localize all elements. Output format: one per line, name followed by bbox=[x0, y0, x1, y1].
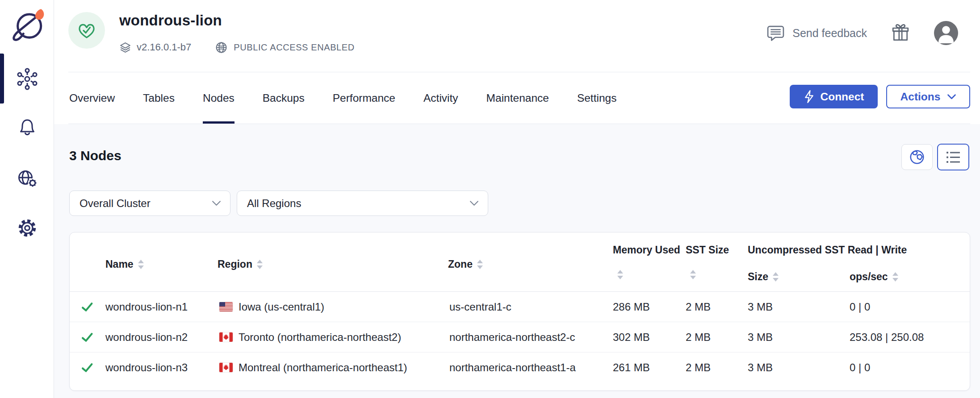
node-memory: 286 MB bbox=[613, 292, 650, 322]
node-region: Montreal (northamerica-northeast1) bbox=[219, 352, 407, 382]
tab-backups[interactable]: Backups bbox=[263, 72, 305, 124]
column-label: ops/sec bbox=[850, 271, 888, 283]
version-info: v2.16.0.1-b7 bbox=[119, 41, 191, 54]
column-label: Size bbox=[748, 271, 768, 283]
heart-check-icon bbox=[77, 21, 96, 40]
node-memory: 302 MB bbox=[613, 322, 650, 352]
header-actions: Send feedback bbox=[766, 20, 958, 46]
sort-icon bbox=[892, 272, 898, 282]
gift-icon[interactable] bbox=[891, 23, 910, 43]
node-ops-sec: 253.08 | 250.08 bbox=[850, 322, 924, 352]
send-feedback-label: Send feedback bbox=[792, 27, 867, 40]
layers-icon bbox=[119, 41, 131, 54]
check-icon bbox=[81, 322, 93, 352]
lightning-bolt-icon bbox=[804, 90, 815, 104]
nodes-content: 3 Nodes bbox=[54, 124, 980, 398]
column-header-memory[interactable]: Memory Used bbox=[613, 244, 680, 256]
table-row[interactable]: wondrous-lion-n1 Iowa (us-central1) us-c… bbox=[70, 292, 970, 322]
sidebar-item-settings[interactable] bbox=[0, 215, 54, 241]
avatar[interactable] bbox=[934, 21, 958, 45]
sidebar bbox=[0, 0, 54, 398]
chevron-down-icon bbox=[469, 200, 479, 206]
connect-button[interactable]: Connect bbox=[790, 85, 878, 108]
sort-icon bbox=[257, 260, 263, 269]
cluster-network-icon bbox=[16, 68, 38, 90]
node-sst-size: 2 MB bbox=[686, 322, 711, 352]
column-header-zone[interactable]: Zone bbox=[448, 258, 483, 270]
node-filters: Overall Cluster All Regions bbox=[69, 191, 488, 216]
column-header-ops-sec[interactable]: ops/sec bbox=[850, 271, 898, 283]
actions-label: Actions bbox=[900, 91, 941, 103]
tab-performance[interactable]: Performance bbox=[333, 72, 395, 124]
access-info: PUBLIC ACCESS ENABLED bbox=[215, 41, 354, 54]
chevron-down-icon bbox=[947, 94, 956, 100]
table-row[interactable]: wondrous-lion-n2 Toronto (northamerica-n… bbox=[70, 322, 970, 352]
nodes-count-heading: 3 Nodes bbox=[69, 148, 121, 163]
column-header-uncompressed-size[interactable]: Size bbox=[748, 271, 779, 283]
node-uncompressed-size: 3 MB bbox=[748, 322, 773, 352]
sort-icon bbox=[477, 260, 483, 269]
check-icon bbox=[81, 292, 93, 322]
node-sst-size: 2 MB bbox=[686, 292, 711, 322]
sidebar-item-alerts[interactable] bbox=[0, 114, 54, 140]
node-ops-sec: 0 | 0 bbox=[850, 352, 870, 382]
column-label: SST Size bbox=[686, 244, 729, 256]
sort-icon bbox=[773, 272, 779, 282]
node-region: Iowa (us-central1) bbox=[219, 292, 324, 322]
region-label: Montreal (northamerica-northeast1) bbox=[239, 361, 407, 374]
send-feedback-button[interactable]: Send feedback bbox=[766, 25, 867, 41]
chat-bubble-icon bbox=[766, 25, 785, 41]
canada-flag-icon bbox=[219, 332, 233, 342]
connect-label: Connect bbox=[821, 91, 864, 103]
node-zone: us-central1-c bbox=[449, 292, 511, 322]
bell-icon bbox=[17, 116, 38, 137]
column-label: Name bbox=[105, 258, 134, 270]
cluster-scope-dropdown[interactable]: Overall Cluster bbox=[69, 191, 230, 216]
actions-button[interactable]: Actions bbox=[886, 85, 970, 108]
node-zone: northamerica-northeast1-a bbox=[449, 352, 576, 382]
map-globe-icon bbox=[909, 149, 926, 166]
tab-overview[interactable]: Overview bbox=[69, 72, 115, 124]
gear-icon bbox=[17, 217, 38, 239]
sort-icon[interactable] bbox=[690, 270, 696, 279]
sort-icon[interactable] bbox=[617, 270, 623, 279]
nodes-table-card: Name Region Zone Memory Used SST Size bbox=[69, 232, 970, 391]
column-label: Region bbox=[218, 258, 252, 270]
node-sst-size: 2 MB bbox=[686, 352, 711, 382]
tab-maintenance[interactable]: Maintenance bbox=[486, 72, 549, 124]
globe-gear-icon bbox=[16, 168, 38, 189]
cluster-health-badge bbox=[68, 12, 105, 49]
app-logo-planet-icon[interactable] bbox=[10, 7, 47, 43]
node-name: wondrous-lion-n2 bbox=[105, 322, 188, 352]
tabbar: Overview Tables Nodes Backups Performanc… bbox=[54, 72, 980, 124]
table-row[interactable]: wondrous-lion-n3 Montreal (northamerica-… bbox=[70, 352, 970, 382]
sidebar-item-network-settings[interactable] bbox=[0, 166, 54, 191]
region-filter-dropdown[interactable]: All Regions bbox=[237, 191, 488, 216]
cluster-meta: v2.16.0.1-b7 PUBLIC ACCESS ENABLED bbox=[119, 40, 355, 54]
region-label: Iowa (us-central1) bbox=[239, 301, 324, 313]
node-zone: northamerica-northeast2-c bbox=[449, 322, 575, 352]
us-flag-icon bbox=[219, 302, 233, 311]
tab-activity[interactable]: Activity bbox=[423, 72, 458, 124]
node-name: wondrous-lion-n1 bbox=[105, 292, 188, 322]
tab-tables[interactable]: Tables bbox=[143, 72, 175, 124]
page-title: wondrous-lion bbox=[119, 12, 222, 29]
column-header-sst-size[interactable]: SST Size bbox=[686, 244, 729, 256]
map-view-toggle-button[interactable] bbox=[901, 144, 933, 170]
list-view-toggle-button[interactable] bbox=[937, 144, 969, 170]
node-uncompressed-size: 3 MB bbox=[748, 352, 773, 382]
version-label: v2.16.0.1-b7 bbox=[137, 41, 191, 53]
tab-nodes[interactable]: Nodes bbox=[203, 72, 235, 124]
tab-settings[interactable]: Settings bbox=[577, 72, 617, 124]
node-region: Toronto (northamerica-northeast2) bbox=[219, 322, 401, 352]
node-name: wondrous-lion-n3 bbox=[105, 352, 188, 382]
cluster-header: wondrous-lion v2.16.0.1-b7 bbox=[54, 0, 980, 72]
node-memory: 261 MB bbox=[613, 352, 650, 382]
column-header-name[interactable]: Name bbox=[105, 258, 144, 270]
column-label: Memory Used bbox=[613, 244, 680, 256]
sidebar-item-clusters[interactable] bbox=[0, 66, 54, 92]
region-label: Toronto (northamerica-northeast2) bbox=[239, 331, 401, 344]
column-header-region[interactable]: Region bbox=[218, 258, 263, 270]
table-header: Name Region Zone Memory Used SST Size bbox=[70, 232, 970, 292]
access-label: PUBLIC ACCESS ENABLED bbox=[234, 42, 354, 53]
